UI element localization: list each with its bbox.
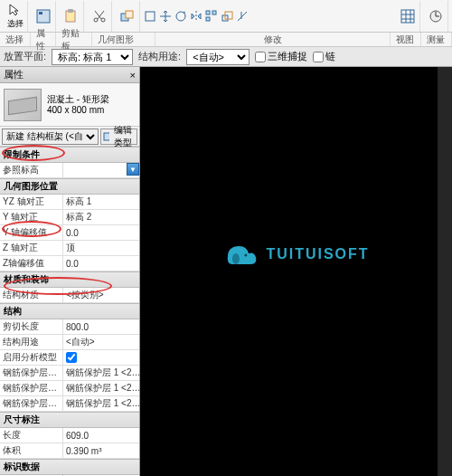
type-selector[interactable]: 混凝土 - 矩形梁 400 x 800 mm [0, 83, 139, 127]
modify-arrow-icon[interactable] [7, 2, 24, 18]
ribbon-view-group[interactable] [396, 1, 420, 32]
row-analytical-model: 启用分析模型 [0, 350, 139, 366]
watermark-logo-icon [222, 239, 259, 270]
group-structural[interactable]: 结构 [0, 303, 139, 319]
svg-rect-12 [206, 17, 210, 21]
options-bar: 修改 | 放置 结构框架 放置平面: 标高: 标高 1 结构用途: <自动> 三… [0, 47, 452, 67]
row-y-offset: Y 轴偏移值0.0 [0, 225, 139, 241]
scissors-icon[interactable] [91, 8, 108, 24]
mirror-icon[interactable] [190, 10, 202, 23]
analytical-checkbox[interactable] [66, 352, 77, 363]
instance-filter-bar: 新建 结构框架 (<自 编辑类型 [0, 127, 139, 147]
ribbon-label: 选择 [7, 18, 24, 30]
svg-rect-8 [146, 12, 155, 21]
row-volume: 体积0.390 m³ [0, 443, 139, 459]
svg-rect-15 [401, 10, 414, 23]
row-z-offset: Z轴偏移值0.0 [0, 256, 139, 271]
svg-point-18 [231, 253, 239, 264]
group-constraints[interactable]: 限制条件 [0, 147, 139, 163]
ribbon-measure-group[interactable] [424, 1, 448, 32]
row-length: 长度609.0 [0, 428, 139, 443]
svg-point-5 [101, 18, 105, 22]
row-struct-material: 结构材质<按类别> [0, 288, 139, 303]
ribbon-labels: 选择 属性 剪贴板 几何图形 修改 视图 测量 [0, 33, 452, 47]
paste-icon[interactable] [63, 8, 80, 24]
snap3d-input[interactable] [255, 52, 266, 62]
ribbon-geometry-group[interactable] [116, 1, 140, 32]
svg-rect-7 [126, 11, 133, 18]
struct-usage-select[interactable]: <自动> [186, 49, 250, 65]
row-y-justify: Y 轴对正标高 2 [0, 210, 139, 225]
scale-icon[interactable] [221, 10, 233, 23]
svg-rect-17 [104, 133, 109, 140]
grid-icon[interactable] [400, 8, 416, 24]
properties-icon[interactable] [35, 8, 52, 24]
group-materials[interactable]: 材质和装饰 [0, 271, 139, 288]
move-icon[interactable] [159, 10, 172, 23]
svg-rect-10 [206, 11, 210, 14]
svg-point-9 [176, 12, 185, 21]
properties-list[interactable]: 限制条件 参照标高 ▼ 几何图形位置 YZ 轴对正标高 1 Y 轴对正标高 2 … [0, 147, 139, 476]
placement-plane-select[interactable]: 标高: 标高 1 [52, 49, 133, 65]
watermark: TUITUISOFT [222, 239, 369, 270]
group-dimensions[interactable]: 尺寸标注 [0, 412, 139, 428]
palette-header[interactable]: 属性 × [0, 67, 139, 83]
type-text: 混凝土 - 矩形梁 400 x 800 mm [47, 94, 109, 116]
row-rebar-cover-1: 钢筋保护层…钢筋保护层 1 <2… [0, 366, 139, 381]
row-cut-length: 剪切长度800.0 [0, 319, 139, 335]
row-rebar-cover-3: 钢筋保护层…钢筋保护层 1 <2… [0, 396, 139, 412]
trim-icon[interactable] [236, 10, 249, 23]
group-identity[interactable]: 标识数据 [0, 459, 139, 475]
align-icon[interactable] [144, 10, 156, 23]
ribbon-cut-icon[interactable] [88, 1, 112, 32]
dropdown-icon[interactable]: ▼ [127, 163, 139, 176]
properties-palette: 属性 × 混凝土 - 矩形梁 400 x 800 mm 新建 结构框架 (<自 … [0, 67, 140, 476]
watermark-text: TUITUISOFT [266, 246, 369, 262]
svg-rect-3 [68, 9, 73, 13]
rotate-icon[interactable] [174, 10, 187, 23]
group-geometry[interactable]: 几何图形位置 [0, 178, 139, 195]
row-rebar-cover-2: 钢筋保护层…钢筋保护层 1 <2… [0, 381, 139, 396]
chain-checkbox[interactable]: 链 [313, 50, 335, 63]
svg-rect-11 [212, 11, 216, 14]
row-ref-level[interactable]: 参照标高 ▼ [0, 163, 139, 178]
join-icon[interactable] [119, 8, 136, 24]
snap3d-checkbox[interactable]: 三维捕捉 [255, 50, 307, 63]
svg-point-19 [244, 254, 247, 257]
family-name: 混凝土 - 矩形梁 [47, 94, 109, 105]
svg-rect-1 [39, 12, 42, 14]
placement-plane-label: 放置平面: [4, 50, 46, 63]
drawing-canvas[interactable]: TUITUISOFT [140, 67, 452, 476]
measure-icon[interactable] [428, 8, 444, 24]
ribbon-select-group[interactable]: 选择 [4, 1, 28, 32]
instance-filter-select[interactable]: 新建 结构框架 (<自 [2, 129, 99, 145]
canvas-scrollbar[interactable] [438, 67, 452, 476]
type-thumbnail [4, 89, 42, 121]
main-area: 属性 × 混凝土 - 矩形梁 400 x 800 mm 新建 结构框架 (<自 … [0, 67, 452, 476]
row-yz-justify: YZ 轴对正标高 1 [0, 195, 139, 210]
type-size: 400 x 800 mm [47, 105, 109, 116]
close-icon[interactable]: × [130, 70, 136, 81]
edit-type-button[interactable]: 编辑类型 [100, 129, 137, 145]
struct-usage-label: 结构用途: [138, 50, 181, 63]
array-icon[interactable] [205, 10, 218, 23]
chain-input[interactable] [313, 52, 324, 62]
row-struct-usage: 结构用途<自动> [0, 335, 139, 350]
row-z-justify: Z 轴对正顶 [0, 241, 139, 256]
svg-point-4 [94, 18, 98, 22]
edit-type-icon [103, 132, 109, 141]
palette-title: 属性 [4, 68, 24, 81]
